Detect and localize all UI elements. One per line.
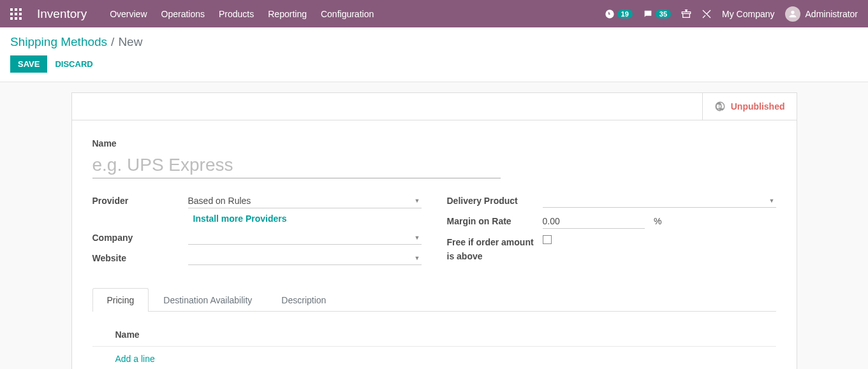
delivery-product-label: Delivery Product bbox=[447, 194, 543, 208]
company-select[interactable] bbox=[188, 231, 422, 245]
website-select[interactable] bbox=[188, 251, 422, 265]
form-sheet: Unpublished Name Provider Based on Rules… bbox=[71, 92, 797, 369]
menu-products[interactable]: Products bbox=[219, 9, 254, 19]
menu-configuration[interactable]: Configuration bbox=[321, 9, 374, 19]
provider-value: Based on Rules bbox=[188, 194, 422, 208]
delivery-product-select[interactable] bbox=[543, 194, 776, 208]
form-left-column: Provider Based on Rules Install more Pro… bbox=[92, 194, 422, 271]
margin-input[interactable] bbox=[543, 214, 645, 229]
apps-icon[interactable] bbox=[10, 8, 22, 20]
menu-overview[interactable]: Overview bbox=[110, 9, 147, 19]
add-line-link[interactable]: Add a line bbox=[115, 354, 155, 364]
menu-reporting[interactable]: Reporting bbox=[268, 9, 307, 19]
pricing-table-header: Name bbox=[92, 323, 776, 347]
name-input[interactable] bbox=[92, 152, 501, 178]
provider-label: Provider bbox=[92, 194, 188, 208]
user-name: Administrator bbox=[805, 9, 858, 19]
free-order-checkbox[interactable] bbox=[543, 235, 552, 244]
save-button[interactable]: SAVE bbox=[10, 55, 47, 73]
provider-select[interactable]: Based on Rules bbox=[188, 194, 422, 208]
content-scroll[interactable]: Unpublished Name Provider Based on Rules… bbox=[0, 82, 868, 369]
chat-icon bbox=[643, 9, 653, 19]
name-label: Name bbox=[92, 138, 776, 148]
discard-button[interactable]: DISCARD bbox=[55, 59, 92, 69]
app-brand[interactable]: Inventory bbox=[37, 7, 87, 21]
free-order-label: Free if order amount is above bbox=[447, 235, 543, 263]
messaging-badge: 35 bbox=[656, 10, 671, 18]
breadcrumb: Shipping Methods / New bbox=[10, 35, 858, 49]
gift-icon[interactable] bbox=[681, 9, 691, 19]
menu-operations[interactable]: Operations bbox=[161, 9, 205, 19]
activity-badge: 19 bbox=[617, 10, 633, 18]
user-icon bbox=[788, 9, 798, 19]
user-menu[interactable]: Administrator bbox=[785, 6, 858, 22]
tab-pricing[interactable]: Pricing bbox=[92, 288, 149, 312]
main-menu: Overview Operations Products Reporting C… bbox=[110, 9, 374, 19]
breadcrumb-bar: Shipping Methods / New bbox=[0, 27, 868, 49]
globe-icon bbox=[714, 101, 726, 112]
top-nav: Inventory Overview Operations Products R… bbox=[0, 0, 868, 27]
clock-icon bbox=[605, 9, 615, 19]
delivery-product-value bbox=[543, 194, 776, 208]
publish-toggle[interactable]: Unpublished bbox=[702, 93, 797, 120]
breadcrumb-current: New bbox=[118, 35, 142, 49]
website-value bbox=[188, 251, 422, 265]
messaging-button[interactable]: 35 bbox=[643, 9, 671, 19]
breadcrumb-separator: / bbox=[111, 35, 114, 49]
action-bar: SAVE DISCARD bbox=[0, 49, 868, 82]
tools-icon[interactable] bbox=[702, 9, 712, 19]
breadcrumb-parent[interactable]: Shipping Methods bbox=[10, 35, 107, 49]
margin-label: Margin on Rate bbox=[447, 214, 543, 228]
company-selector[interactable]: My Company bbox=[722, 9, 774, 19]
form-body: Name Provider Based on Rules Install mor… bbox=[72, 120, 797, 369]
company-label: Company bbox=[92, 231, 188, 245]
website-label: Website bbox=[92, 251, 188, 265]
company-value bbox=[188, 231, 422, 245]
publish-label: Unpublished bbox=[731, 101, 785, 112]
form-right-column: Delivery Product Margin on Rate % Free i… bbox=[447, 194, 776, 271]
tabs-bar: Pricing Destination Availability Descrip… bbox=[92, 288, 776, 312]
tab-content-pricing: Name Add a line bbox=[92, 312, 776, 369]
avatar bbox=[785, 6, 800, 22]
activity-button[interactable]: 19 bbox=[605, 9, 633, 19]
install-providers-link[interactable]: Install more Providers bbox=[193, 213, 287, 224]
tab-destination-availability[interactable]: Destination Availability bbox=[149, 288, 267, 312]
publish-bar: Unpublished bbox=[72, 93, 797, 120]
margin-unit: % bbox=[654, 216, 661, 226]
tab-description[interactable]: Description bbox=[267, 288, 341, 312]
